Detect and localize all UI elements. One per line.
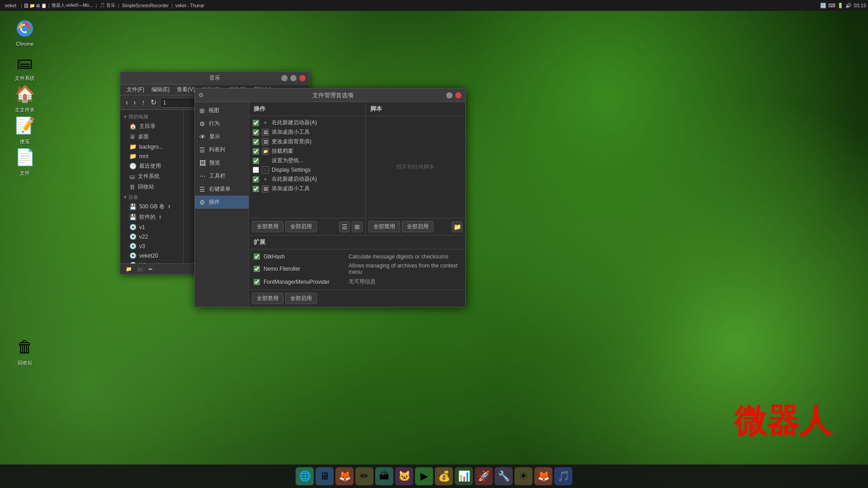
desktop-icon-chrome[interactable]: Chrome bbox=[7, 16, 43, 48]
fm-close-button[interactable] bbox=[299, 75, 306, 81]
ext-item-gtkhash[interactable]: GtkHash Calculate message digests or che… bbox=[254, 252, 461, 261]
dock-icon-sun[interactable]: ☀ bbox=[514, 467, 533, 485]
dock-icon-editor[interactable]: ✏ bbox=[355, 467, 373, 485]
taskbar-app-veket[interactable]: veket bbox=[2, 2, 19, 9]
ext-checkbox-gtkhash[interactable] bbox=[254, 253, 260, 260]
sidebar-item-500gb[interactable]: 💾 500 GB 卷 ⬆ bbox=[120, 202, 183, 212]
ext-checkbox-fileroller[interactable] bbox=[254, 266, 260, 272]
dock-icon-browser[interactable]: 🌐 bbox=[296, 467, 314, 485]
desktop-icon-filesystem[interactable]: 🖴 文件系统 bbox=[7, 50, 43, 84]
prefs-nav-display-label: 显示 bbox=[209, 133, 220, 141]
sidebar-item-recent[interactable]: 🕐 最近使用 bbox=[120, 161, 183, 171]
trash-sidebar-icon: 🗑 bbox=[129, 183, 135, 190]
sidebar-item-home[interactable]: 🏠 主目录 bbox=[120, 121, 183, 131]
ext-item-fontmanager[interactable]: FontManagerMenuProvider 无可用信息 bbox=[254, 277, 461, 287]
dock-icon-photos[interactable]: 🏔 bbox=[375, 467, 393, 485]
file-manager-titlebar: 音乐 bbox=[120, 72, 309, 84]
action-checkbox-2[interactable] bbox=[253, 139, 259, 145]
desktop-icon-notes[interactable]: 📝 便笺 bbox=[7, 113, 43, 147]
action-checkbox-7[interactable] bbox=[253, 186, 259, 192]
sidebar-item-software[interactable]: 💾 软件的 ⬆ bbox=[120, 212, 183, 222]
sidebar-item-v1[interactable]: 💿 v1 bbox=[120, 222, 183, 232]
sidebar-item-win[interactable]: 💿 Win bbox=[120, 260, 183, 263]
sidebar-item-veket20[interactable]: 💿 veket20 bbox=[120, 251, 183, 260]
fm-menu-edit[interactable]: 编辑(E) bbox=[149, 85, 172, 94]
action-checkbox-1[interactable] bbox=[253, 129, 259, 136]
action-checkbox-5[interactable] bbox=[253, 167, 259, 173]
actions-grid-view-button[interactable]: ⊞ bbox=[352, 221, 363, 232]
home-label: 主文件夹 bbox=[15, 107, 35, 113]
dock-icon-firefox2[interactable]: 🦊 bbox=[534, 467, 552, 485]
fm-menu-file[interactable]: 文件(F) bbox=[124, 85, 147, 94]
prefs-nav-behavior[interactable]: ⚙ 行为 bbox=[195, 117, 249, 130]
prefs-nav-listcols[interactable]: ☰ 列表列 bbox=[195, 143, 249, 156]
dock-icon-monitor[interactable]: 🖥 bbox=[316, 467, 334, 485]
action-checkbox-3[interactable] bbox=[253, 148, 259, 155]
dock-icon-chart[interactable]: 📊 bbox=[455, 467, 473, 485]
action-item-6[interactable]: + 在此新建启动器(A) bbox=[251, 174, 363, 184]
fm-refresh-button[interactable]: ↻ bbox=[149, 97, 158, 108]
action-item-0[interactable]: + 在此新建启动器(A) bbox=[251, 118, 363, 127]
dock-icon-play[interactable]: ▶ bbox=[415, 467, 433, 485]
scripts-enable-all-button[interactable]: 全部启用 bbox=[402, 221, 434, 232]
action-item-1[interactable]: 🖼 添加桌面小工具 bbox=[251, 127, 363, 137]
dock-icon-firefox[interactable]: 🦊 bbox=[335, 467, 354, 485]
fm-statusbar-nav-btn[interactable]: ⬅ bbox=[146, 266, 154, 272]
actions-list-view-button[interactable]: ☰ bbox=[339, 221, 350, 232]
fm-up-button[interactable]: ↑ bbox=[140, 98, 147, 108]
dock-icon-tools[interactable]: 🔧 bbox=[495, 467, 513, 485]
prefs-sidebar: ⊞ 视图 ⚙ 行为 👁 显示 ☰ 列表列 🖼 预览 bbox=[195, 102, 249, 307]
sidebar-item-mnt[interactable]: 📁 mnt bbox=[120, 151, 183, 161]
prefs-nav-preview[interactable]: 🖼 预览 bbox=[195, 156, 249, 169]
ext-disable-all-button[interactable]: 全部禁用 bbox=[252, 293, 283, 304]
actions-enable-all-button[interactable]: 全部启用 bbox=[285, 221, 317, 232]
sidebar-item-trash[interactable]: 🗑 回收站 bbox=[120, 182, 183, 192]
sidebar-item-v3[interactable]: 💿 v3 bbox=[120, 241, 183, 251]
action-item-2[interactable]: 🖼 更改桌面背景(B) bbox=[251, 137, 363, 146]
action-label-7: 添加桌面小工具 bbox=[272, 185, 310, 192]
action-item-7[interactable]: 🖼 添加桌面小工具 bbox=[251, 184, 363, 193]
ext-item-fileroller[interactable]: Nemo Fileroller Allows managing of archi… bbox=[254, 261, 461, 277]
extensions-bottom: 全部禁用 全部启用 bbox=[249, 290, 465, 307]
sidebar-item-filesystem[interactable]: 🖴 文件系统 bbox=[120, 171, 183, 182]
prefs-nav-contextmenu[interactable]: ☰ 右键菜单 bbox=[195, 183, 249, 196]
recent-sidebar-icon: 🕐 bbox=[129, 163, 137, 169]
fm-minimize-button[interactable] bbox=[281, 75, 288, 81]
sidebar-item-desktop[interactable]: 🖥 桌面 bbox=[120, 131, 183, 142]
prefs-content: 操作 + 在此新建启动器(A) 🖼 添加桌面小工具 bbox=[249, 102, 465, 307]
fm-forward-button[interactable]: › bbox=[132, 98, 137, 108]
desktop-icon-trash[interactable]: 🗑 回收站 bbox=[7, 334, 43, 368]
ext-enable-all-button[interactable]: 全部启用 bbox=[285, 293, 317, 304]
notes-label: 便笺 bbox=[20, 138, 30, 145]
fm-statusbar-folder-btn[interactable]: 📁 bbox=[124, 266, 134, 272]
contextmenu-nav-icon: ☰ bbox=[199, 186, 205, 193]
prefs-nav-toolbar[interactable]: ⋯ 工具栏 bbox=[195, 169, 249, 183]
action-item-4[interactable]: 设置为壁纸... bbox=[251, 156, 363, 165]
prefs-minimize-button[interactable] bbox=[446, 92, 453, 99]
action-checkbox-4[interactable] bbox=[253, 158, 259, 164]
prefs-nav-display[interactable]: 👁 显示 bbox=[195, 130, 249, 143]
fm-back-button[interactable]: ‹ bbox=[124, 98, 130, 108]
action-checkbox-0[interactable] bbox=[253, 120, 259, 126]
scripts-folder-button[interactable]: 📁 bbox=[452, 221, 462, 232]
sidebar-item-fs-label: 文件系统 bbox=[138, 173, 160, 180]
prefs-nav-plugins[interactable]: ⚙ 插件 bbox=[195, 196, 249, 209]
sidebar-item-background[interactable]: 📁 backgro... bbox=[120, 142, 183, 151]
dock-icon-cat[interactable]: 🐱 bbox=[395, 467, 413, 485]
prefs-nav-view[interactable]: ⊞ 视图 bbox=[195, 104, 249, 117]
actions-disable-all-button[interactable]: 全部禁用 bbox=[252, 221, 283, 232]
action-item-3[interactable]: 📁 挂载档案 bbox=[251, 146, 363, 156]
sidebar-item-bg-label: backgro... bbox=[139, 144, 163, 150]
fm-maximize-button[interactable] bbox=[290, 75, 297, 81]
scripts-disable-all-button[interactable]: 全部禁用 bbox=[368, 221, 400, 232]
dock-icon-finance[interactable]: 💰 bbox=[435, 467, 453, 485]
ext-checkbox-fontmanager[interactable] bbox=[254, 279, 260, 285]
dock-icon-rocket[interactable]: 🚀 bbox=[475, 467, 493, 485]
sidebar-item-v22[interactable]: 💿 v22 bbox=[120, 232, 183, 241]
prefs-close-button[interactable] bbox=[455, 92, 462, 99]
action-checkbox-6[interactable] bbox=[253, 176, 259, 183]
action-item-5[interactable]: □ Display Settings bbox=[251, 165, 363, 174]
dock-icon-music[interactable]: 🎵 bbox=[554, 467, 572, 485]
desktop-icon-home[interactable]: 🏠 主文件夹 bbox=[7, 81, 43, 115]
desktop-icon-file[interactable]: 📄 文件 bbox=[7, 145, 43, 178]
